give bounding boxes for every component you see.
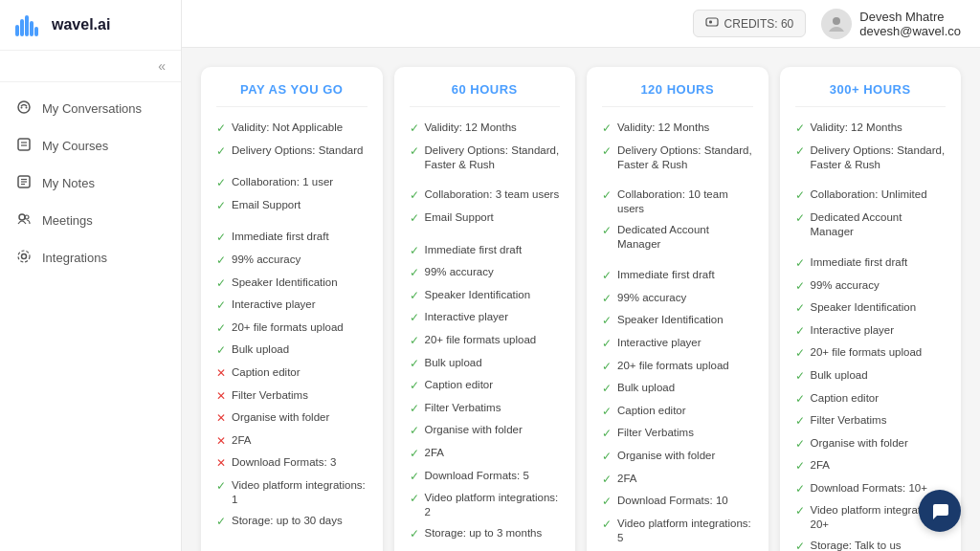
svg-rect-2	[25, 15, 29, 36]
conversations-icon	[15, 99, 33, 118]
check-no-icon: ✕	[216, 456, 226, 472]
feature-text: 20+ file formats upload	[232, 320, 344, 335]
check-yes-icon: ✓	[602, 188, 612, 204]
feature-text: Email Support	[425, 210, 494, 225]
check-yes-icon: ✓	[602, 292, 612, 307]
feature-text: Storage: up to 3 months	[425, 526, 543, 540]
check-yes-icon: ✓	[602, 224, 612, 239]
feature-item: ✓Dedicated Account Manager	[602, 223, 753, 252]
plan-title-120-hours: 120 HOURS	[602, 82, 753, 107]
feature-item: ✓Filter Verbatims	[602, 426, 753, 442]
feature-text: 20+ file formats upload	[811, 345, 923, 360]
feature-text: Immediate first draft	[617, 268, 715, 282]
check-yes-icon: ✓	[410, 144, 419, 160]
sidebar-nav: My Conversations My Courses	[0, 82, 181, 551]
feature-text: Speaker Identification	[425, 288, 531, 302]
plan-title-pay-as-you-go: PAY AS YOU GO	[216, 82, 368, 107]
check-yes-icon: ✓	[795, 437, 805, 452]
feature-item: ✓99% accuracy	[795, 278, 947, 295]
feature-text: Download Formats: 10	[617, 494, 728, 508]
feature-item: ✓Bulk upload	[410, 356, 561, 372]
meetings-label: Meetings	[42, 213, 93, 228]
logo-area: wavel.ai	[0, 0, 181, 51]
feature-item: ✓Dedicated Account Manager	[795, 210, 947, 239]
check-yes-icon: ✓	[795, 256, 805, 272]
svg-rect-0	[15, 25, 19, 36]
feature-text: Filter Verbatims	[425, 401, 501, 415]
check-yes-icon: ✓	[410, 334, 419, 349]
feature-item: ✓Email Support	[216, 198, 368, 214]
feature-text: Organise with folder	[425, 423, 523, 437]
feature-text: Video platform integrations: 1	[232, 478, 368, 507]
sidebar: wavel.ai « My Conversations	[0, 0, 182, 551]
feature-item: ✓Storage: Talk to us	[795, 539, 947, 551]
feature-item: ✓20+ file formats upload	[410, 333, 561, 349]
feature-text: Organise with folder	[232, 410, 329, 425]
sidebar-item-courses[interactable]: My Courses	[0, 127, 181, 165]
feature-divider	[795, 178, 947, 187]
feature-text: Download Formats: 3	[232, 455, 336, 470]
feature-text: Caption editor	[617, 404, 686, 418]
plans-grid: PAY AS YOU GO✓Validity: Not Applicable✓D…	[201, 67, 961, 551]
sidebar-item-integrations[interactable]: Integrations	[0, 239, 181, 276]
feature-text: Speaker Identification	[617, 313, 724, 327]
svg-point-21	[833, 17, 840, 25]
plan-features-pay-as-you-go: ✓Validity: Not Applicable✓Delivery Optio…	[216, 121, 368, 551]
feature-text: Validity: 12 Months	[811, 121, 902, 135]
sidebar-item-conversations[interactable]: My Conversations	[0, 90, 181, 127]
sidebar-item-meetings[interactable]: Meetings	[0, 202, 181, 239]
feature-item: ✓Bulk upload	[602, 381, 753, 397]
feature-item: ✓Filter Verbatims	[410, 401, 561, 417]
check-yes-icon: ✓	[795, 369, 805, 385]
check-yes-icon: ✓	[410, 211, 419, 227]
check-yes-icon: ✓	[410, 188, 419, 204]
feature-divider	[602, 258, 753, 268]
check-yes-icon: ✓	[602, 382, 612, 397]
check-yes-icon: ✓	[795, 324, 805, 340]
feature-text: Video platform integrations: 5	[617, 517, 753, 545]
feature-item: ✕Download Formats: 3	[216, 455, 368, 472]
feature-text: Speaker Identification	[232, 276, 338, 290]
feature-divider	[410, 178, 561, 187]
feature-text: Collaboration: 3 team users	[425, 187, 560, 202]
user-info: Devesh Mhatre devesh@wavel.co	[821, 9, 961, 39]
notes-label: My Notes	[42, 176, 95, 190]
feature-text: Storage: Talk to us	[811, 539, 902, 551]
sidebar-item-notes[interactable]: My Notes	[0, 165, 181, 202]
feature-item: ✓Delivery Options: Standard, Faster & Ru…	[410, 143, 561, 172]
notes-icon	[15, 174, 33, 192]
chat-bubble[interactable]	[919, 490, 961, 532]
feature-item: ✓Collaboration: 3 team users	[410, 187, 561, 204]
feature-item: ✓Video platform integrations: 2	[410, 491, 561, 519]
collapse-area: «	[0, 51, 181, 82]
feature-item: ✓Collaboration: 1 user	[216, 175, 368, 191]
svg-point-18	[18, 251, 30, 262]
feature-item: ✓99% accuracy	[216, 253, 368, 269]
feature-text: Delivery Options: Standard, Faster & Rus…	[425, 143, 561, 172]
check-yes-icon: ✓	[795, 540, 805, 551]
feature-divider	[410, 233, 561, 243]
feature-text: Caption editor	[811, 391, 880, 406]
feature-item: ✓Storage: up to 30 days	[216, 514, 368, 530]
feature-item: ✕Filter Verbatims	[216, 388, 368, 405]
feature-item: ✓Collaboration: Unlimited	[795, 187, 947, 204]
check-yes-icon: ✓	[602, 360, 612, 375]
check-no-icon: ✕	[216, 389, 226, 405]
check-yes-icon: ✓	[216, 343, 226, 359]
check-yes-icon: ✓	[410, 527, 419, 542]
feature-text: 99% accuracy	[617, 291, 686, 305]
plan-card-60-hours: 60 HOURS✓Validity: 12 Months✓Delivery Op…	[394, 67, 576, 551]
feature-text: Delivery Options: Standard	[232, 143, 363, 158]
feature-item: ✓Immediate first draft	[216, 230, 368, 246]
feature-text: Delivery Options: Standard, Faster & Rus…	[811, 143, 947, 172]
feature-text: 99% accuracy	[811, 278, 880, 293]
collapse-button[interactable]: «	[158, 58, 166, 74]
feature-item: ✓2FA	[795, 458, 947, 474]
feature-divider	[602, 178, 753, 187]
feature-item: ✓Validity: Not Applicable	[216, 121, 368, 137]
feature-item: ✓99% accuracy	[602, 291, 753, 307]
feature-item: ✓Download Formats: 5	[410, 469, 561, 485]
main-area: CREDITS: 60 Devesh Mhatre devesh@wavel.c…	[182, 0, 980, 551]
plans-content: PAY AS YOU GO✓Validity: Not Applicable✓D…	[182, 48, 980, 551]
feature-text: Interactive player	[617, 336, 702, 350]
